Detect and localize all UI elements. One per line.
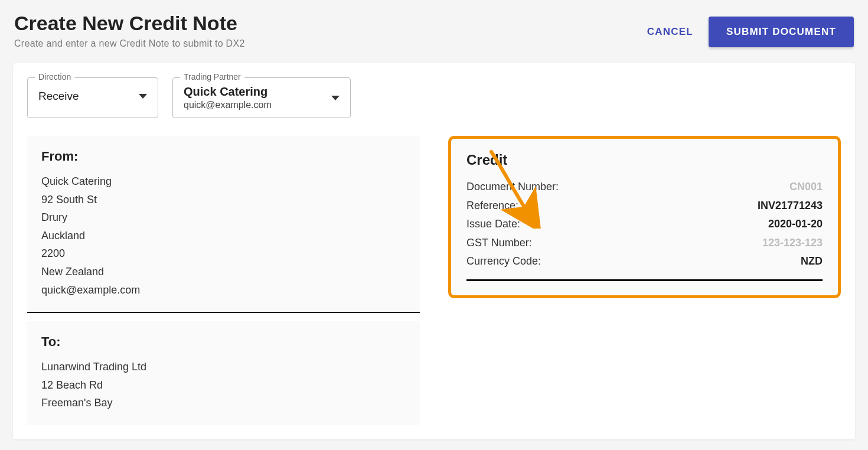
details-columns: From: Quick Catering92 South StDruryAuck… xyxy=(27,136,841,425)
credit-row-label: Reference: xyxy=(466,197,518,216)
page-header-actions: CANCEL SUBMIT DOCUMENT xyxy=(647,12,854,47)
trading-partner-label: Trading Partner xyxy=(180,72,244,81)
page-title: Create New Credit Note xyxy=(14,12,647,35)
left-column: From: Quick Catering92 South StDruryAuck… xyxy=(27,136,420,425)
submit-document-button[interactable]: SUBMIT DOCUMENT xyxy=(709,17,854,47)
credit-row: Issue Date:2020-01-20 xyxy=(466,215,823,234)
address-line: Auckland xyxy=(41,227,406,245)
chevron-down-icon xyxy=(331,96,340,100)
address-line: 2200 xyxy=(41,244,406,263)
credit-row: GST Number:123-123-123 xyxy=(466,234,823,253)
credit-row: Currency Code:NZD xyxy=(466,252,823,271)
to-heading: To: xyxy=(41,334,406,350)
address-line: Freeman's Bay xyxy=(41,394,406,412)
trading-partner-select[interactable]: Trading Partner Quick Catering quick@exa… xyxy=(172,77,351,118)
credit-rows: Document Number:CN001Reference:INV217712… xyxy=(466,178,823,271)
trading-partner-email: quick@example.com xyxy=(184,100,272,110)
address-line: Lunarwind Trading Ltd xyxy=(41,358,406,376)
trading-partner-name: Quick Catering xyxy=(184,85,272,99)
credit-row: Reference:INV21771243 xyxy=(466,197,823,216)
credit-panel: Credit Document Number:CN001Reference:IN… xyxy=(448,136,841,298)
page-header-left: Create New Credit Note Create and enter … xyxy=(14,12,647,49)
credit-row-value[interactable]: INV21771243 xyxy=(758,197,823,216)
credit-row-value[interactable]: 123-123-123 xyxy=(762,234,823,253)
to-panel: To: Lunarwind Trading Ltd12 Beach RdFree… xyxy=(27,321,420,425)
from-address: Quick Catering92 South StDruryAuckland22… xyxy=(41,172,406,299)
address-line: Quick Catering xyxy=(41,172,406,191)
page-subtitle: Create and enter a new Credit Note to su… xyxy=(14,38,647,49)
chevron-down-icon xyxy=(139,94,147,99)
address-line: quick@example.com xyxy=(41,281,406,299)
credit-row-label: Document Number: xyxy=(466,178,559,197)
address-line: Drury xyxy=(41,208,406,227)
page-header: Create New Credit Note Create and enter … xyxy=(0,0,868,63)
to-address: Lunarwind Trading Ltd12 Beach RdFreeman'… xyxy=(41,358,406,412)
credit-heading: Credit xyxy=(466,152,823,168)
credit-row-label: Issue Date: xyxy=(466,215,520,234)
credit-row-label: Currency Code: xyxy=(466,252,541,271)
direction-label: Direction xyxy=(35,72,74,81)
credit-divider xyxy=(466,279,823,281)
address-line: 12 Beach Rd xyxy=(41,376,406,394)
credit-row: Document Number:CN001 xyxy=(466,178,823,197)
from-panel: From: Quick Catering92 South StDruryAuck… xyxy=(27,136,420,312)
credit-row-value[interactable]: CN001 xyxy=(789,178,823,197)
credit-row-value[interactable]: NZD xyxy=(801,252,823,271)
form-card: Direction Receive Trading Partner Quick … xyxy=(13,63,855,439)
address-line: 92 South St xyxy=(41,191,406,209)
from-heading: From: xyxy=(41,149,406,164)
direction-value: Receive xyxy=(38,90,79,103)
credit-row-value[interactable]: 2020-01-20 xyxy=(768,215,823,234)
controls-row: Direction Receive Trading Partner Quick … xyxy=(27,77,841,118)
right-column: Credit Document Number:CN001Reference:IN… xyxy=(448,136,841,298)
credit-row-label: GST Number: xyxy=(466,234,532,253)
cancel-button[interactable]: CANCEL xyxy=(647,26,693,38)
address-line: New Zealand xyxy=(41,263,406,281)
direction-select[interactable]: Direction Receive xyxy=(27,77,158,118)
